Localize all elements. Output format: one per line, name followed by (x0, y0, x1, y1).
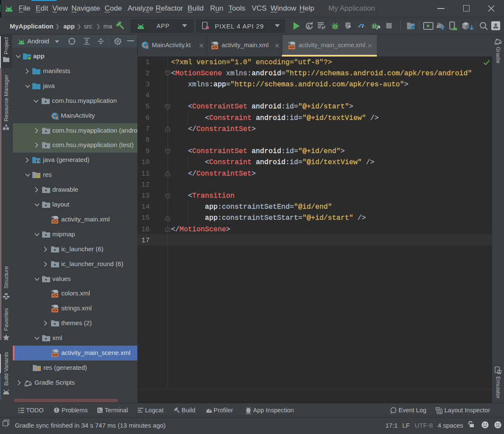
svg-text:<>: <> (53, 353, 57, 357)
svg-text:<>: <> (53, 294, 57, 298)
svg-text:<>: <> (290, 45, 294, 50)
svg-text:<>: <> (53, 309, 57, 313)
svg-text:<>: <> (213, 45, 217, 50)
svg-text:<>: <> (53, 219, 57, 224)
